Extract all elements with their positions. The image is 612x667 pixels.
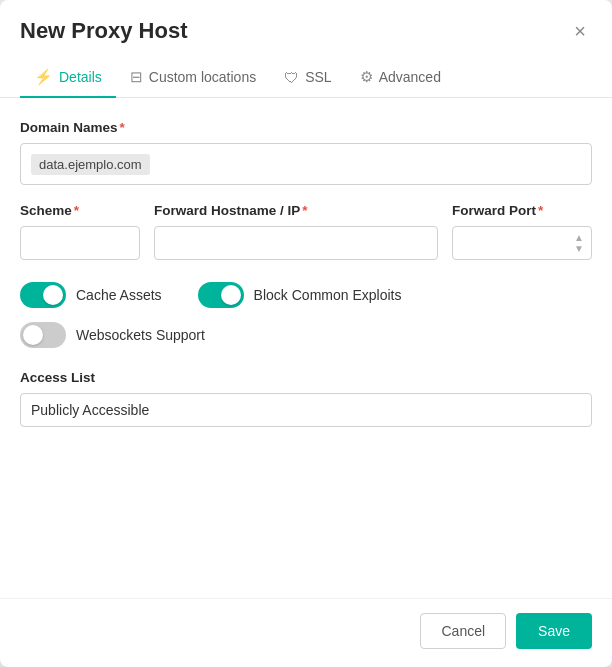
tab-advanced-label: Advanced	[379, 69, 441, 85]
modal-body: Domain Names* data.ejemplo.com Scheme* h…	[0, 98, 612, 598]
modal-title: New Proxy Host	[20, 18, 188, 44]
access-list-label: Access List	[20, 370, 592, 385]
scheme-input[interactable]: http	[20, 226, 140, 260]
port-up-button[interactable]: ▲	[572, 233, 586, 243]
forward-host-input[interactable]: 192.168.1.20	[154, 226, 438, 260]
forward-port-group: Forward Port* 3000 ▲ ▼	[452, 203, 592, 260]
access-list-section: Access List Publicly Accessible	[20, 370, 592, 427]
domain-tag[interactable]: data.ejemplo.com	[31, 154, 150, 175]
save-button[interactable]: Save	[516, 613, 592, 649]
lightning-icon: ⚡	[34, 68, 53, 86]
port-spinners: ▲ ▼	[572, 233, 586, 254]
block-exploits-label: Block Common Exploits	[254, 287, 402, 303]
cache-assets-toggle[interactable]	[20, 282, 66, 308]
required-indicator: *	[120, 120, 125, 135]
cancel-button[interactable]: Cancel	[420, 613, 506, 649]
domain-names-group: Domain Names* data.ejemplo.com	[20, 120, 592, 185]
tab-details-label: Details	[59, 69, 102, 85]
tab-details[interactable]: ⚡ Details	[20, 58, 116, 98]
tab-ssl[interactable]: 🛡 SSL	[270, 58, 345, 98]
gear-icon: ⚙	[360, 68, 373, 86]
connection-fields-row: Scheme* http Forward Hostname / IP* 192.…	[20, 203, 592, 260]
tab-ssl-label: SSL	[305, 69, 331, 85]
modal: New Proxy Host × ⚡ Details ⊟ Custom loca…	[0, 0, 612, 667]
cache-assets-toggle-item: Cache Assets	[20, 282, 162, 308]
websockets-row: Websockets Support	[20, 322, 592, 348]
domain-names-label: Domain Names*	[20, 120, 592, 135]
cache-assets-label: Cache Assets	[76, 287, 162, 303]
forward-port-label: Forward Port*	[452, 203, 592, 218]
shield-icon: 🛡	[284, 69, 299, 86]
block-exploits-thumb	[221, 285, 241, 305]
access-list-select[interactable]: Publicly Accessible	[20, 393, 592, 427]
port-down-button[interactable]: ▼	[572, 244, 586, 254]
cache-assets-thumb	[43, 285, 63, 305]
layers-icon: ⊟	[130, 68, 143, 86]
tab-advanced[interactable]: ⚙ Advanced	[346, 58, 455, 98]
scheme-label: Scheme*	[20, 203, 140, 218]
block-exploits-toggle[interactable]	[198, 282, 244, 308]
domain-names-input[interactable]: data.ejemplo.com	[20, 143, 592, 185]
scheme-group: Scheme* http	[20, 203, 140, 260]
tab-custom-locations-label: Custom locations	[149, 69, 256, 85]
tab-custom-locations[interactable]: ⊟ Custom locations	[116, 58, 270, 98]
tabs-bar: ⚡ Details ⊟ Custom locations 🛡 SSL ⚙ Adv…	[0, 58, 612, 98]
block-exploits-toggle-item: Block Common Exploits	[198, 282, 402, 308]
toggles-row: Cache Assets Block Common Exploits	[20, 282, 592, 308]
websockets-toggle[interactable]	[20, 322, 66, 348]
forward-host-label: Forward Hostname / IP*	[154, 203, 438, 218]
websockets-thumb	[23, 325, 43, 345]
close-button[interactable]: ×	[568, 19, 592, 43]
modal-header: New Proxy Host ×	[0, 0, 612, 58]
modal-footer: Cancel Save	[0, 598, 612, 667]
port-input-wrap: 3000 ▲ ▼	[452, 226, 592, 260]
websockets-label: Websockets Support	[76, 327, 205, 343]
forward-host-group: Forward Hostname / IP* 192.168.1.20	[154, 203, 438, 260]
forward-port-input[interactable]: 3000	[452, 226, 592, 260]
